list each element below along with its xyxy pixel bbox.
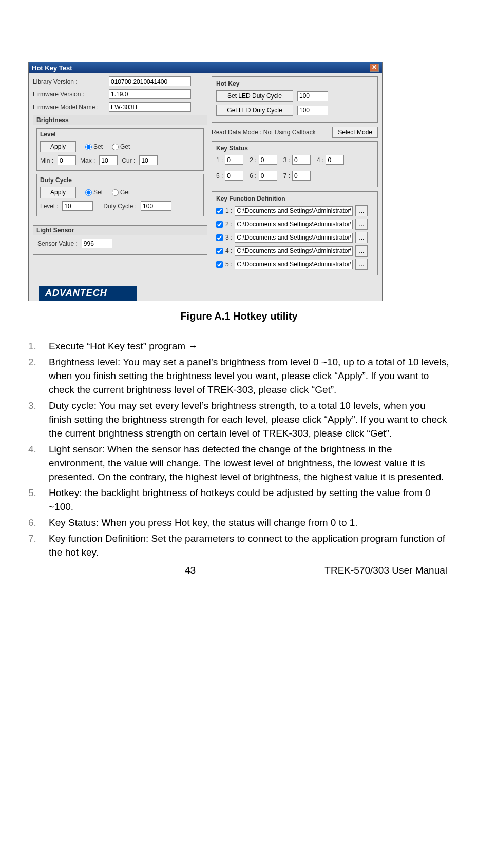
duty-cycle-input[interactable] <box>141 201 171 211</box>
firmware-model-label: Firmware Model Name : <box>33 104 105 111</box>
instruction-step: Duty cycle: You may set every level’s br… <box>28 399 450 441</box>
key-function-title: Key Function Definition <box>216 195 373 202</box>
firmware-version-label: Firmware Version : <box>33 91 105 98</box>
level-set-radio[interactable]: Set <box>85 143 103 150</box>
light-sensor-title: Light Sensor <box>33 226 207 235</box>
key-function-row: 1 :... <box>216 205 373 216</box>
get-led-duty-button[interactable]: Get LED Duty Cycle <box>216 105 293 116</box>
min-input[interactable] <box>58 155 76 165</box>
key-status-input[interactable] <box>259 171 277 181</box>
duty-title: Duty Cycle <box>40 176 200 184</box>
key-function-row: 3 :... <box>216 232 373 243</box>
key-status-item: 6 : <box>250 171 277 181</box>
key-status-input[interactable] <box>259 155 277 165</box>
key-function-path-input[interactable] <box>235 220 353 229</box>
cur-label: Cur : <box>122 157 135 164</box>
duty-cycle-box: Duty Cycle Apply Set Get Level : <box>36 174 204 216</box>
read-mode-text: Read Data Mode : Not Using Callback <box>212 129 316 136</box>
key-status-item: 2 : <box>250 155 277 165</box>
max-input[interactable] <box>99 155 118 165</box>
key-status-label: 4 : <box>317 156 323 164</box>
firmware-version-input[interactable] <box>109 89 191 99</box>
select-mode-button[interactable]: Select Mode <box>332 127 378 138</box>
level-title: Level <box>40 131 200 138</box>
key-status-label: 6 : <box>250 172 256 180</box>
key-function-checkbox[interactable] <box>216 221 223 228</box>
page-footer: 43 TREK-570/303 User Manual <box>0 565 478 576</box>
get-led-duty-input[interactable] <box>297 106 328 115</box>
key-status-input[interactable] <box>225 155 243 165</box>
key-function-label: 2 : <box>225 221 232 228</box>
instruction-step: Hotkey: the backlight brightness of hotk… <box>28 486 450 514</box>
key-function-browse-button[interactable]: ... <box>355 245 368 257</box>
sensor-value-input[interactable] <box>82 239 112 248</box>
max-label: Max : <box>80 157 95 164</box>
key-status-label: 5 : <box>216 172 223 180</box>
duty-level-input[interactable] <box>62 201 93 211</box>
key-function-browse-button[interactable]: ... <box>355 232 368 243</box>
doc-title: TREK-570/303 User Manual <box>324 565 447 576</box>
key-function-label: 1 : <box>225 207 232 214</box>
instruction-step: Execute “Hot Key test” program → <box>28 340 450 353</box>
library-version-label: Library Version : <box>33 78 105 85</box>
key-status-group: Key Status 1 :2 :3 :4 :5 :6 :7 : <box>212 141 378 187</box>
key-status-label: 3 : <box>283 156 290 164</box>
level-get-radio[interactable]: Get <box>112 143 130 150</box>
key-function-row: 4 :... <box>216 245 373 257</box>
set-led-duty-button[interactable]: Set LED Duty Cycle <box>216 90 293 102</box>
page-number: 43 <box>185 565 196 576</box>
cur-input[interactable] <box>139 155 158 165</box>
duty-apply-button[interactable]: Apply <box>40 187 76 198</box>
instruction-step: Key function Definition: Set the paramet… <box>28 532 450 560</box>
set-led-duty-input[interactable] <box>297 91 328 101</box>
key-function-label: 4 : <box>225 247 232 254</box>
key-function-browse-button[interactable]: ... <box>355 219 368 230</box>
dialog-title: Hot Key Test <box>32 64 72 72</box>
close-icon[interactable]: ✕ <box>370 64 379 72</box>
key-function-checkbox[interactable] <box>216 261 223 268</box>
duty-get-radio[interactable]: Get <box>112 189 130 196</box>
instruction-step: Key Status: When you press Hot key, the … <box>28 516 450 530</box>
level-box: Level Apply Set Get Min : <box>36 128 204 171</box>
key-status-input[interactable] <box>292 155 311 165</box>
key-status-label: 7 : <box>283 172 290 180</box>
key-status-item: 5 : <box>216 171 243 181</box>
instruction-step: Light sensor: When the sensor has detect… <box>28 443 450 484</box>
key-function-path-input[interactable] <box>235 206 353 216</box>
key-function-row: 2 :... <box>216 219 373 230</box>
key-status-item: 7 : <box>283 171 311 181</box>
sensor-value-label: Sensor Value : <box>37 240 78 247</box>
duty-level-label: Level : <box>40 203 58 210</box>
key-function-row: 5 :... <box>216 259 373 270</box>
duty-set-radio[interactable]: Set <box>85 189 103 196</box>
dialog-titlebar: Hot Key Test ✕ <box>29 62 382 73</box>
key-function-path-input[interactable] <box>235 260 353 269</box>
key-status-input[interactable] <box>225 171 243 181</box>
key-status-label: 2 : <box>250 156 256 164</box>
light-sensor-group: Light Sensor Sensor Value : <box>33 225 207 255</box>
key-function-path-input[interactable] <box>235 233 353 243</box>
brightness-group: Brightness Level Apply Set Get <box>33 115 207 220</box>
key-status-item: 3 : <box>283 155 311 165</box>
key-function-checkbox[interactable] <box>216 234 223 241</box>
key-function-browse-button[interactable]: ... <box>355 259 368 270</box>
brand-logo: ADVANTECH <box>39 286 137 301</box>
min-label: Min : <box>40 157 53 164</box>
key-status-item: 4 : <box>317 155 344 165</box>
key-function-path-input[interactable] <box>235 246 353 256</box>
library-version-input[interactable] <box>109 76 191 86</box>
key-status-item: 1 : <box>216 155 243 165</box>
hotkey-group: Hot Key Set LED Duty Cycle Get LED Duty … <box>212 76 378 123</box>
hotkey-title: Hot Key <box>216 80 373 87</box>
key-status-input[interactable] <box>326 155 344 165</box>
key-status-input[interactable] <box>292 171 311 181</box>
firmware-model-input[interactable] <box>109 102 191 112</box>
hotkey-dialog: Hot Key Test ✕ Library Version : Firmwar… <box>28 62 383 301</box>
brightness-title: Brightness <box>33 115 207 125</box>
key-function-browse-button[interactable]: ... <box>355 205 368 216</box>
key-function-checkbox[interactable] <box>216 248 223 254</box>
key-function-checkbox[interactable] <box>216 208 223 214</box>
level-apply-button[interactable]: Apply <box>40 141 76 152</box>
key-function-group: Key Function Definition 1 :...2 :...3 :.… <box>212 191 378 275</box>
key-function-label: 5 : <box>225 261 232 268</box>
